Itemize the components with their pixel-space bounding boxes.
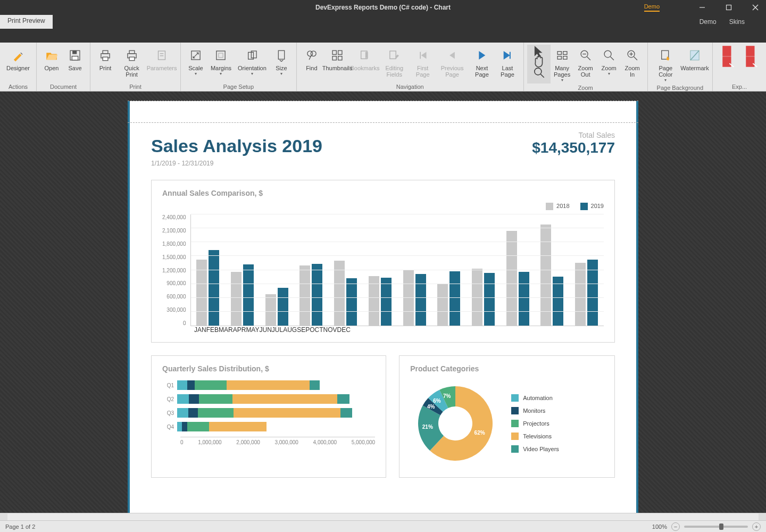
preview-canvas[interactable]: Sales Analysis 2019 Total Sales $14,350,… [0, 92, 766, 520]
seg-Q1-VideoPlayers [310, 380, 320, 390]
bkmk-button: Bookmarks [351, 45, 378, 82]
minimize-button[interactable] [692, 0, 713, 15]
wmark-label: Watermark [680, 65, 709, 71]
zoom-in-button[interactable]: + [752, 522, 761, 531]
zoom-out-button[interactable]: − [671, 522, 680, 531]
bar-2019-MAY [346, 278, 357, 326]
zoom-icon [602, 47, 616, 64]
many-button[interactable]: Many Pages ▾ [551, 45, 574, 84]
print-preview-tab[interactable]: Print Preview [0, 15, 53, 29]
svg-rect-11 [129, 51, 135, 54]
orient-button[interactable]: Orientation ▾ [235, 45, 270, 82]
save-button[interactable]: Save [63, 45, 87, 82]
quarterly-x-axis: 01,000,0002,000,0003,000,0004,000,0005,0… [180, 437, 375, 445]
export-email-icon[interactable] [721, 57, 735, 66]
bar-2019-JUL [415, 274, 426, 326]
quarterly-plot: Q1Q2Q3Q4 [162, 378, 375, 434]
zin-button[interactable]: Zoom In [621, 45, 644, 84]
seg-Q3-Projectors [198, 408, 234, 418]
exp1-button[interactable] [716, 45, 739, 82]
bar-2018-DEC [575, 263, 586, 326]
scale-button[interactable]: Scale ▾ [184, 45, 207, 82]
annual-plot [190, 214, 604, 326]
print-label: Print [99, 65, 112, 71]
open-button[interactable]: Open [40, 45, 63, 82]
open-icon [45, 47, 59, 64]
svg-rect-26 [338, 51, 342, 54]
size-button[interactable]: Size ▾ [270, 45, 293, 82]
bar-2019-APR [312, 264, 322, 326]
window-titlebar: DevExpress Reports Demo (C# code) - Char… [0, 0, 766, 15]
title-tab-demo[interactable]: Demo [700, 18, 717, 26]
zout-button[interactable]: Zoom Out [574, 45, 597, 84]
exp2-button[interactable] [739, 45, 763, 82]
report-page: Sales Analysis 2019 Total Sales $14,350,… [128, 101, 638, 520]
seg-Q1-Automation [177, 380, 187, 390]
close-button[interactable] [745, 0, 766, 15]
svg-rect-52 [746, 56, 754, 67]
save-icon [68, 47, 82, 64]
designer-button[interactable]: Designer [3, 45, 33, 82]
pcolor-button[interactable]: Page Color ▾ [651, 45, 680, 84]
status-bar: Page 1 of 2 100% − + [0, 520, 766, 532]
svg-rect-5 [72, 51, 77, 54]
prev-label: Previous Page [439, 65, 466, 78]
svg-rect-13 [159, 51, 165, 60]
annual-chart-title: Annual Sales Comparison, $ [162, 189, 604, 197]
svg-line-38 [587, 56, 590, 60]
pcolor-icon [659, 47, 672, 64]
magnifier-tool-icon[interactable] [532, 68, 546, 77]
svg-rect-35 [557, 56, 561, 60]
bar-2018-NOV [540, 225, 551, 326]
title-tab-skins[interactable]: Skins [729, 18, 745, 26]
seg-Q1-Televisions [227, 380, 310, 390]
ruler [128, 92, 638, 101]
hand-tool-icon[interactable] [532, 57, 546, 66]
margins-button[interactable]: Margins ▾ [207, 45, 235, 82]
svg-line-43 [634, 56, 637, 60]
zout-icon [579, 47, 593, 64]
svg-rect-6 [72, 56, 78, 60]
ribbon-group-label: Actions [3, 82, 33, 90]
qprint-button[interactable]: Quick Print [117, 45, 146, 82]
svg-rect-33 [557, 52, 561, 55]
save-label: Save [68, 65, 81, 71]
zoom-button[interactable]: Zoom ▾ [597, 45, 621, 84]
export-email-icon[interactable] [744, 57, 758, 66]
svg-rect-34 [563, 52, 567, 55]
svg-rect-30 [390, 51, 396, 59]
bar-2018-FEB [231, 272, 242, 326]
seg-Q3-Televisions [234, 408, 340, 418]
thumbs-icon [330, 47, 344, 64]
zoom-slider[interactable] [684, 526, 748, 528]
print-button[interactable]: Print [94, 45, 117, 82]
wmark-icon [688, 47, 702, 64]
pointer-tool-icon[interactable] [532, 47, 546, 55]
horizontal-scrollbar[interactable] [0, 513, 766, 520]
tools-button[interactable] [527, 45, 551, 84]
seg-Q2-Automation [177, 394, 189, 404]
svg-rect-18 [219, 53, 223, 57]
next-button[interactable]: Next Page [469, 45, 495, 82]
last-button[interactable]: Last Page [495, 45, 520, 82]
svg-line-24 [309, 56, 311, 60]
ribbon-group-label: Exp... [716, 82, 763, 90]
seg-Q2-VideoPlayers [337, 394, 349, 404]
zoom-percent: 100% [652, 523, 667, 530]
donut-chart: 62%21%4%6%7% [410, 378, 501, 469]
margins-label: Margins [211, 65, 231, 71]
thumbs-button[interactable]: Thumbnails [323, 45, 352, 82]
maximize-button[interactable] [718, 0, 739, 15]
bar-2019-JAN [209, 250, 219, 326]
bar-2018-JUL [403, 270, 414, 326]
wmark-button[interactable]: Watermark [680, 45, 709, 84]
export-pdf-icon[interactable] [744, 47, 758, 55]
demo-badge: Demo [644, 3, 660, 12]
find-button[interactable]: Find [300, 45, 323, 82]
export-pdf-icon[interactable] [721, 47, 735, 55]
last-icon [501, 47, 514, 64]
editf-icon [387, 47, 401, 64]
bar-2019-AUG [449, 271, 460, 326]
svg-rect-27 [332, 56, 336, 60]
svg-rect-25 [332, 51, 336, 54]
